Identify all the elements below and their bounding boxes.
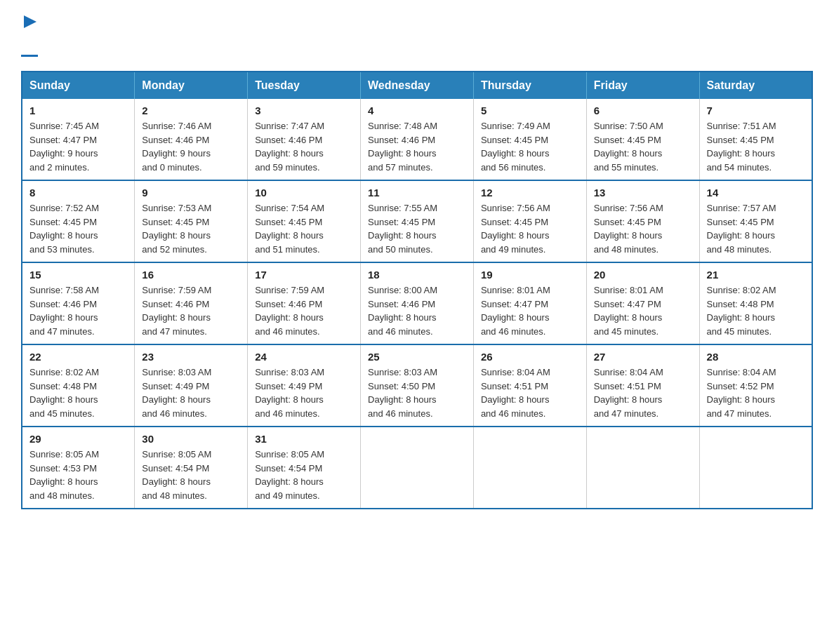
calendar-cell: 16 Sunrise: 7:59 AMSunset: 4:46 PMDaylig… [135, 262, 248, 344]
calendar-cell [699, 427, 812, 509]
logo-arrow-icon [22, 14, 38, 29]
day-info: Sunrise: 7:55 AMSunset: 4:45 PMDaylight:… [368, 203, 437, 255]
day-number: 20 [594, 269, 692, 281]
calendar-cell: 8 Sunrise: 7:52 AMSunset: 4:45 PMDayligh… [22, 180, 135, 262]
day-number: 23 [142, 351, 240, 363]
column-header-friday: Friday [586, 72, 699, 99]
calendar-cell [586, 427, 699, 509]
calendar-cell: 12 Sunrise: 7:56 AMSunset: 4:45 PMDaylig… [473, 180, 586, 262]
day-info: Sunrise: 7:51 AMSunset: 4:45 PMDaylight:… [707, 121, 776, 173]
calendar-cell: 5 Sunrise: 7:49 AMSunset: 4:45 PMDayligh… [473, 99, 586, 180]
day-info: Sunrise: 8:02 AMSunset: 4:48 PMDaylight:… [29, 367, 99, 419]
day-number: 29 [29, 433, 127, 445]
day-number: 17 [255, 269, 353, 281]
column-header-saturday: Saturday [699, 72, 812, 99]
day-info: Sunrise: 8:05 AMSunset: 4:54 PMDaylight:… [142, 449, 211, 501]
day-number: 28 [707, 351, 805, 363]
calendar-cell: 1 Sunrise: 7:45 AMSunset: 4:47 PMDayligh… [22, 99, 135, 180]
day-info: Sunrise: 7:59 AMSunset: 4:46 PMDaylight:… [142, 285, 211, 337]
day-number: 3 [255, 105, 353, 116]
day-info: Sunrise: 7:54 AMSunset: 4:45 PMDaylight:… [255, 203, 324, 255]
day-number: 14 [707, 187, 805, 199]
calendar-cell: 4 Sunrise: 7:48 AMSunset: 4:46 PMDayligh… [361, 99, 474, 180]
calendar-cell: 27 Sunrise: 8:04 AMSunset: 4:51 PMDaylig… [586, 344, 699, 427]
calendar-cell: 29 Sunrise: 8:05 AMSunset: 4:53 PMDaylig… [22, 427, 135, 509]
day-number: 16 [142, 269, 240, 281]
column-header-monday: Monday [135, 72, 248, 99]
calendar-cell: 13 Sunrise: 7:56 AMSunset: 4:45 PMDaylig… [586, 180, 699, 262]
day-number: 30 [142, 433, 240, 445]
calendar-cell: 24 Sunrise: 8:03 AMSunset: 4:49 PMDaylig… [248, 344, 361, 427]
calendar-header-row: SundayMondayTuesdayWednesdayThursdayFrid… [22, 72, 812, 99]
logo [21, 14, 38, 57]
day-number: 5 [481, 105, 579, 116]
day-number: 6 [594, 105, 692, 116]
calendar-cell: 25 Sunrise: 8:03 AMSunset: 4:50 PMDaylig… [361, 344, 474, 427]
day-info: Sunrise: 7:59 AMSunset: 4:46 PMDaylight:… [255, 285, 324, 337]
day-number: 22 [29, 351, 127, 363]
day-info: Sunrise: 8:04 AMSunset: 4:51 PMDaylight:… [594, 367, 663, 419]
column-header-wednesday: Wednesday [361, 72, 474, 99]
day-number: 1 [29, 105, 127, 116]
day-info: Sunrise: 7:52 AMSunset: 4:45 PMDaylight:… [29, 203, 99, 255]
day-info: Sunrise: 8:00 AMSunset: 4:46 PMDaylight:… [368, 285, 437, 337]
calendar-cell: 20 Sunrise: 8:01 AMSunset: 4:47 PMDaylig… [586, 262, 699, 344]
day-number: 10 [255, 187, 353, 199]
day-number: 11 [368, 187, 466, 199]
day-info: Sunrise: 8:03 AMSunset: 4:50 PMDaylight:… [368, 367, 437, 419]
day-info: Sunrise: 7:56 AMSunset: 4:45 PMDaylight:… [594, 203, 663, 255]
calendar-week-row: 22 Sunrise: 8:02 AMSunset: 4:48 PMDaylig… [22, 344, 812, 427]
day-info: Sunrise: 7:45 AMSunset: 4:47 PMDaylight:… [29, 121, 99, 173]
day-info: Sunrise: 7:47 AMSunset: 4:46 PMDaylight:… [255, 121, 324, 173]
calendar-cell: 9 Sunrise: 7:53 AMSunset: 4:45 PMDayligh… [135, 180, 248, 262]
day-info: Sunrise: 7:48 AMSunset: 4:46 PMDaylight:… [368, 121, 437, 173]
calendar-cell: 11 Sunrise: 7:55 AMSunset: 4:45 PMDaylig… [361, 180, 474, 262]
day-number: 13 [594, 187, 692, 199]
day-info: Sunrise: 8:05 AMSunset: 4:54 PMDaylight:… [255, 449, 324, 501]
day-number: 15 [29, 269, 127, 281]
calendar-cell: 6 Sunrise: 7:50 AMSunset: 4:45 PMDayligh… [586, 99, 699, 180]
day-number: 18 [368, 269, 466, 281]
calendar-cell: 23 Sunrise: 8:03 AMSunset: 4:49 PMDaylig… [135, 344, 248, 427]
day-number: 27 [594, 351, 692, 363]
calendar-cell: 26 Sunrise: 8:04 AMSunset: 4:51 PMDaylig… [473, 344, 586, 427]
calendar-week-row: 15 Sunrise: 7:58 AMSunset: 4:46 PMDaylig… [22, 262, 812, 344]
column-header-sunday: Sunday [22, 72, 135, 99]
day-number: 4 [368, 105, 466, 116]
calendar-cell: 2 Sunrise: 7:46 AMSunset: 4:46 PMDayligh… [135, 99, 248, 180]
day-number: 9 [142, 187, 240, 199]
day-number: 26 [481, 351, 579, 363]
column-header-thursday: Thursday [473, 72, 586, 99]
calendar-cell [361, 427, 474, 509]
calendar-cell: 17 Sunrise: 7:59 AMSunset: 4:46 PMDaylig… [248, 262, 361, 344]
calendar-cell: 15 Sunrise: 7:58 AMSunset: 4:46 PMDaylig… [22, 262, 135, 344]
day-info: Sunrise: 8:05 AMSunset: 4:53 PMDaylight:… [29, 449, 99, 501]
logo-underline [21, 55, 38, 57]
day-info: Sunrise: 8:04 AMSunset: 4:51 PMDaylight:… [481, 367, 550, 419]
day-info: Sunrise: 7:49 AMSunset: 4:45 PMDaylight:… [481, 121, 550, 173]
day-info: Sunrise: 8:01 AMSunset: 4:47 PMDaylight:… [594, 285, 663, 337]
calendar-cell: 19 Sunrise: 8:01 AMSunset: 4:47 PMDaylig… [473, 262, 586, 344]
day-info: Sunrise: 7:58 AMSunset: 4:46 PMDaylight:… [29, 285, 99, 337]
day-info: Sunrise: 7:57 AMSunset: 4:45 PMDaylight:… [707, 203, 776, 255]
calendar-cell: 7 Sunrise: 7:51 AMSunset: 4:45 PMDayligh… [699, 99, 812, 180]
calendar-cell: 22 Sunrise: 8:02 AMSunset: 4:48 PMDaylig… [22, 344, 135, 427]
column-header-tuesday: Tuesday [248, 72, 361, 99]
calendar-cell: 30 Sunrise: 8:05 AMSunset: 4:54 PMDaylig… [135, 427, 248, 509]
calendar-week-row: 29 Sunrise: 8:05 AMSunset: 4:53 PMDaylig… [22, 427, 812, 509]
page-header [21, 14, 813, 57]
day-info: Sunrise: 8:03 AMSunset: 4:49 PMDaylight:… [142, 367, 211, 419]
day-info: Sunrise: 8:04 AMSunset: 4:52 PMDaylight:… [707, 367, 776, 419]
day-info: Sunrise: 7:56 AMSunset: 4:45 PMDaylight:… [481, 203, 550, 255]
calendar-cell: 3 Sunrise: 7:47 AMSunset: 4:46 PMDayligh… [248, 99, 361, 180]
calendar-cell: 18 Sunrise: 8:00 AMSunset: 4:46 PMDaylig… [361, 262, 474, 344]
day-number: 24 [255, 351, 353, 363]
day-number: 21 [707, 269, 805, 281]
calendar-cell: 14 Sunrise: 7:57 AMSunset: 4:45 PMDaylig… [699, 180, 812, 262]
calendar-week-row: 8 Sunrise: 7:52 AMSunset: 4:45 PMDayligh… [22, 180, 812, 262]
day-info: Sunrise: 7:53 AMSunset: 4:45 PMDaylight:… [142, 203, 211, 255]
day-info: Sunrise: 8:01 AMSunset: 4:47 PMDaylight:… [481, 285, 550, 337]
svg-marker-0 [24, 15, 37, 28]
calendar-cell: 28 Sunrise: 8:04 AMSunset: 4:52 PMDaylig… [699, 344, 812, 427]
calendar-table: SundayMondayTuesdayWednesdayThursdayFrid… [21, 71, 813, 509]
